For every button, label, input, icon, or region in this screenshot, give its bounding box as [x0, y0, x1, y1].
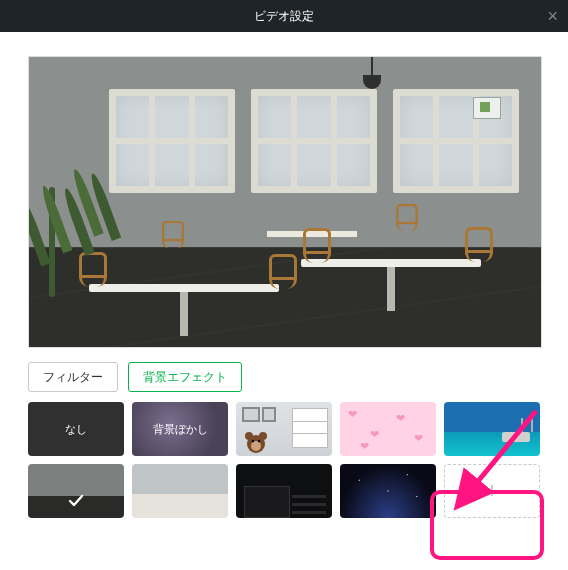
tab-bg-effect[interactable]: 背景エフェクト — [128, 362, 242, 392]
bg-stars[interactable] — [340, 464, 436, 518]
bg-office[interactable] — [132, 464, 228, 518]
svg-point-1 — [245, 432, 253, 440]
bg-add[interactable]: + — [444, 464, 540, 518]
svg-point-3 — [251, 441, 261, 451]
bg-thumbnails: なし 背景ぼかし ❤❤ ❤❤ ❤ + — [28, 402, 540, 518]
bg-pink-hearts[interactable]: ❤❤ ❤❤ ❤ — [340, 402, 436, 456]
plus-icon: + — [486, 478, 499, 504]
tabs: フィルター 背景エフェクト — [28, 362, 540, 392]
content: フィルター 背景エフェクト なし 背景ぼかし ❤❤ ❤❤ ❤ + — [0, 32, 568, 536]
titlebar: ビデオ設定 × — [0, 0, 568, 32]
dialog-title: ビデオ設定 — [254, 8, 314, 25]
tab-filter[interactable]: フィルター — [28, 362, 118, 392]
svg-point-4 — [252, 440, 254, 442]
check-icon — [67, 492, 85, 512]
bg-blur[interactable]: 背景ぼかし — [132, 402, 228, 456]
bg-none[interactable]: なし — [28, 402, 124, 456]
bg-cafe-selected[interactable] — [28, 464, 124, 518]
bg-room-bear[interactable] — [236, 402, 332, 456]
close-icon[interactable]: × — [547, 7, 558, 25]
svg-point-5 — [258, 440, 260, 442]
svg-point-2 — [259, 432, 267, 440]
bg-sea-boat[interactable] — [444, 402, 540, 456]
bg-dark-room[interactable] — [236, 464, 332, 518]
video-preview — [28, 56, 542, 348]
bear-icon — [242, 428, 270, 454]
